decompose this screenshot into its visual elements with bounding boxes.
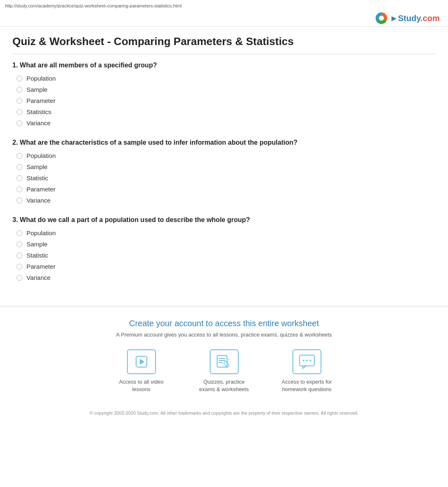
svg-point-9	[303, 360, 304, 361]
feature-item-quiz: Quizzes, practice exams & worksheets	[195, 349, 253, 393]
cta-section: Create your account to access this entir…	[0, 306, 448, 429]
svg-marker-1	[140, 359, 144, 365]
options-list-2: Population Sample Statistic Parameter Va…	[12, 152, 436, 204]
list-item[interactable]: Parameter	[17, 186, 436, 193]
list-item[interactable]: Variance	[17, 119, 436, 127]
feature-label-video: Access to all video lessons	[113, 378, 170, 393]
url-bar: http://study.com/academy/practice/quiz-w…	[0, 0, 448, 10]
radio-q2-population[interactable]	[17, 153, 22, 159]
option-label: Statistics	[26, 108, 51, 115]
radio-q2-sample[interactable]	[17, 164, 22, 170]
feature-label-experts: Access to experts for homework questions	[278, 378, 336, 393]
list-item[interactable]: Sample	[17, 86, 436, 93]
radio-q3-statistic[interactable]	[17, 253, 22, 258]
option-label: Population	[26, 75, 56, 82]
option-label: Population	[26, 229, 56, 236]
copyright-text: © copyright 2003-2020 Study.com. All oth…	[8, 406, 440, 421]
radio-q2-parameter[interactable]	[17, 186, 22, 192]
play-icon	[127, 349, 156, 374]
radio-q3-variance[interactable]	[17, 275, 22, 281]
question-block-3: 3. What do we call a part of a populatio…	[12, 216, 436, 281]
radio-q3-parameter[interactable]	[17, 264, 22, 270]
options-list-3: Population Sample Statistic Parameter Va…	[12, 229, 436, 281]
feature-item-video: Access to all video lessons	[113, 349, 170, 393]
option-label: Variance	[26, 274, 50, 281]
list-item[interactable]: Sample	[17, 163, 436, 170]
svg-point-11	[309, 360, 311, 361]
option-label: Sample	[26, 241, 48, 248]
option-label: Statistic	[26, 174, 48, 181]
question-text-2: 2. What are the characteristics of a sam…	[12, 139, 436, 146]
option-label: Sample	[26, 86, 48, 93]
option-label: Parameter	[26, 186, 55, 193]
question-text-3: 3. What do we call a part of a populatio…	[12, 216, 436, 224]
list-item[interactable]: Statistic	[17, 174, 436, 181]
radio-q1-statistics[interactable]	[17, 109, 22, 115]
chat-icon	[292, 349, 321, 374]
svg-rect-6	[223, 361, 229, 368]
cta-title: Create your account to access this entir…	[8, 319, 440, 328]
logo-text: ►Study.com	[390, 14, 440, 23]
option-label: Statistic	[26, 252, 48, 259]
list-item[interactable]: Population	[17, 75, 436, 82]
radio-q1-sample[interactable]	[17, 87, 22, 93]
radio-q1-population[interactable]	[17, 76, 22, 81]
list-item[interactable]: Population	[17, 229, 436, 236]
feature-item-experts: Access to experts for homework questions	[278, 349, 336, 393]
question-block-1: 1. What are all members of a specified g…	[12, 62, 436, 127]
option-label: Population	[26, 152, 56, 159]
radio-q1-parameter[interactable]	[17, 98, 22, 104]
question-block-2: 2. What are the characteristics of a sam…	[12, 139, 436, 204]
list-item[interactable]: Sample	[17, 241, 436, 248]
list-item[interactable]: Parameter	[17, 263, 436, 270]
radio-q2-variance[interactable]	[17, 198, 22, 203]
logo: ►Study.com	[376, 12, 440, 24]
features-row: Access to all video lessons Quizzes, pra…	[8, 349, 440, 393]
options-list-1: Population Sample Parameter Statistics V…	[12, 75, 436, 127]
option-label: Sample	[26, 163, 48, 170]
option-label: Variance	[26, 197, 50, 204]
radio-q3-sample[interactable]	[17, 241, 22, 247]
list-item[interactable]: Parameter	[17, 97, 436, 104]
url-text: http://study.com/academy/practice/quiz-w…	[5, 3, 182, 8]
option-label: Parameter	[26, 97, 55, 104]
logo-bar: ►Study.com	[0, 10, 448, 27]
list-item[interactable]: Variance	[17, 274, 436, 281]
question-text-1: 1. What are all members of a specified g…	[12, 62, 436, 69]
radio-q3-population[interactable]	[17, 230, 22, 236]
svg-point-10	[306, 360, 308, 361]
cta-subtitle: A Premium account gives you access to al…	[8, 332, 440, 338]
page-title: Quiz & Worksheet - Comparing Parameters …	[12, 35, 436, 54]
list-item[interactable]: Statistics	[17, 108, 436, 115]
radio-q1-variance[interactable]	[17, 120, 22, 126]
feature-label-quiz: Quizzes, practice exams & worksheets	[195, 378, 253, 393]
radio-q2-statistic[interactable]	[17, 175, 22, 181]
main-content: Quiz & Worksheet - Comparing Parameters …	[0, 27, 448, 306]
list-item[interactable]: Population	[17, 152, 436, 159]
list-item[interactable]: Variance	[17, 197, 436, 204]
quiz-icon	[210, 349, 239, 374]
logo-icon	[376, 12, 387, 24]
svg-line-7	[228, 359, 230, 360]
list-item[interactable]: Statistic	[17, 252, 436, 259]
option-label: Variance	[26, 119, 50, 127]
option-label: Parameter	[26, 263, 55, 270]
